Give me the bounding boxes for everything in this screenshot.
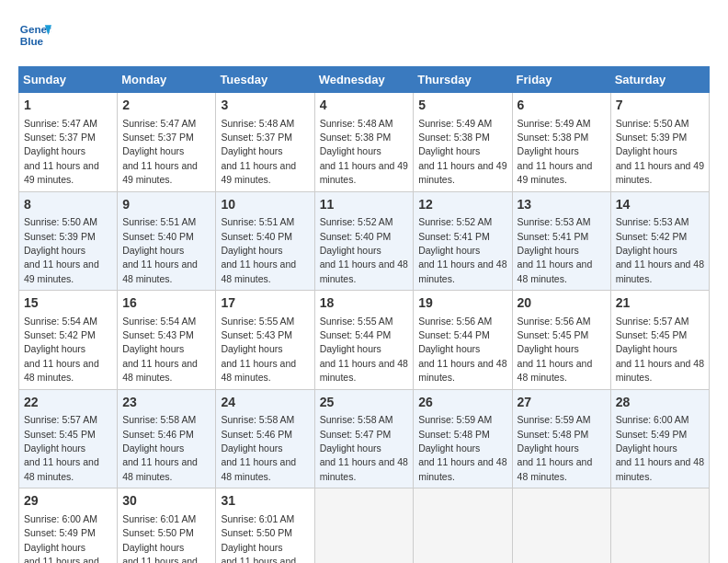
day-number: 31: [221, 492, 309, 511]
calendar-cell: 25Sunrise: 5:58 AMSunset: 5:47 PMDayligh…: [314, 389, 414, 488]
cell-text: Sunrise: 5:59 AMSunset: 5:48 PMDaylight …: [518, 414, 593, 482]
cell-text: Sunrise: 5:53 AMSunset: 5:42 PMDaylight …: [616, 216, 704, 284]
page-header: General Blue: [18, 18, 710, 52]
calendar-cell: 18Sunrise: 5:55 AMSunset: 5:44 PMDayligh…: [314, 291, 414, 390]
cell-text: Sunrise: 5:50 AMSunset: 5:39 PMDaylight …: [24, 216, 99, 284]
logo-icon: General Blue: [18, 18, 51, 52]
calendar-cell: 1Sunrise: 5:47 AMSunset: 5:37 PMDaylight…: [19, 93, 118, 192]
day-number: 27: [518, 394, 606, 412]
cell-text: Sunrise: 5:53 AMSunset: 5:41 PMDaylight …: [518, 216, 593, 284]
day-number: 9: [122, 196, 210, 214]
day-number: 17: [221, 294, 309, 313]
calendar-cell: 28Sunrise: 6:00 AMSunset: 5:49 PMDayligh…: [610, 389, 709, 488]
col-header-thursday: Thursday: [414, 67, 512, 93]
cell-text: Sunrise: 6:01 AMSunset: 5:50 PMDaylight …: [122, 513, 198, 563]
calendar-cell: 19Sunrise: 5:56 AMSunset: 5:44 PMDayligh…: [414, 291, 512, 390]
day-number: 19: [418, 294, 506, 313]
cell-text: Sunrise: 5:59 AMSunset: 5:48 PMDaylight …: [418, 414, 506, 482]
calendar-cell: 14Sunrise: 5:53 AMSunset: 5:42 PMDayligh…: [610, 191, 709, 291]
col-header-monday: Monday: [118, 67, 216, 93]
col-header-saturday: Saturday: [610, 67, 709, 93]
calendar-cell: 26Sunrise: 5:59 AMSunset: 5:48 PMDayligh…: [414, 389, 512, 488]
day-number: 24: [221, 394, 309, 412]
day-number: 29: [24, 492, 112, 511]
cell-text: Sunrise: 5:47 AMSunset: 5:37 PMDaylight …: [122, 118, 198, 186]
day-number: 18: [320, 294, 409, 313]
calendar-cell: 21Sunrise: 5:57 AMSunset: 5:45 PMDayligh…: [610, 291, 709, 390]
day-number: 14: [616, 196, 704, 214]
day-number: 21: [616, 294, 704, 313]
day-number: 10: [221, 196, 309, 214]
day-number: 2: [122, 97, 210, 115]
col-header-wednesday: Wednesday: [314, 67, 414, 93]
week-row-3: 15Sunrise: 5:54 AMSunset: 5:42 PMDayligh…: [19, 291, 710, 390]
calendar-cell: 22Sunrise: 5:57 AMSunset: 5:45 PMDayligh…: [19, 389, 118, 488]
day-number: 28: [616, 394, 704, 412]
cell-text: Sunrise: 5:58 AMSunset: 5:47 PMDaylight …: [320, 414, 408, 482]
day-number: 1: [24, 97, 112, 115]
logo: General Blue: [18, 18, 57, 52]
cell-text: Sunrise: 5:58 AMSunset: 5:46 PMDaylight …: [221, 414, 296, 482]
cell-text: Sunrise: 5:49 AMSunset: 5:38 PMDaylight …: [518, 118, 593, 186]
day-number: 4: [320, 97, 409, 115]
day-number: 20: [518, 294, 606, 313]
cell-text: Sunrise: 5:55 AMSunset: 5:44 PMDaylight …: [320, 316, 408, 384]
cell-text: Sunrise: 5:48 AMSunset: 5:37 PMDaylight …: [221, 118, 296, 186]
week-row-2: 8Sunrise: 5:50 AMSunset: 5:39 PMDaylight…: [19, 191, 710, 291]
calendar-table: SundayMondayTuesdayWednesdayThursdayFrid…: [18, 66, 710, 563]
day-number: 30: [122, 492, 210, 511]
cell-text: Sunrise: 5:57 AMSunset: 5:45 PMDaylight …: [616, 316, 704, 384]
cell-text: Sunrise: 5:47 AMSunset: 5:37 PMDaylight …: [24, 118, 99, 186]
cell-text: Sunrise: 5:48 AMSunset: 5:38 PMDaylight …: [320, 118, 408, 186]
week-row-5: 29Sunrise: 6:00 AMSunset: 5:49 PMDayligh…: [19, 488, 710, 563]
calendar-cell: 12Sunrise: 5:52 AMSunset: 5:41 PMDayligh…: [414, 191, 512, 291]
calendar-cell: 30Sunrise: 6:01 AMSunset: 5:50 PMDayligh…: [118, 488, 216, 563]
day-number: 8: [24, 196, 112, 214]
calendar-cell: 6Sunrise: 5:49 AMSunset: 5:38 PMDaylight…: [512, 93, 610, 192]
day-number: 7: [616, 97, 704, 115]
calendar-cell: 4Sunrise: 5:48 AMSunset: 5:38 PMDaylight…: [314, 93, 414, 192]
cell-text: Sunrise: 5:50 AMSunset: 5:39 PMDaylight …: [616, 118, 704, 186]
calendar-cell: 29Sunrise: 6:00 AMSunset: 5:49 PMDayligh…: [19, 488, 118, 563]
calendar-cell: 9Sunrise: 5:51 AMSunset: 5:40 PMDaylight…: [118, 191, 216, 291]
calendar-cell: 5Sunrise: 5:49 AMSunset: 5:38 PMDaylight…: [414, 93, 512, 192]
cell-text: Sunrise: 5:54 AMSunset: 5:42 PMDaylight …: [24, 316, 99, 384]
calendar-cell: 17Sunrise: 5:55 AMSunset: 5:43 PMDayligh…: [216, 291, 314, 390]
calendar-cell: 7Sunrise: 5:50 AMSunset: 5:39 PMDaylight…: [610, 93, 709, 192]
calendar-cell: 13Sunrise: 5:53 AMSunset: 5:41 PMDayligh…: [512, 191, 610, 291]
cell-text: Sunrise: 5:54 AMSunset: 5:43 PMDaylight …: [122, 316, 198, 384]
cell-text: Sunrise: 5:52 AMSunset: 5:41 PMDaylight …: [418, 216, 506, 284]
day-number: 25: [320, 394, 409, 412]
cell-text: Sunrise: 5:49 AMSunset: 5:38 PMDaylight …: [418, 118, 506, 186]
calendar-cell: 15Sunrise: 5:54 AMSunset: 5:42 PMDayligh…: [19, 291, 118, 390]
day-number: 6: [518, 97, 606, 115]
calendar-cell: 11Sunrise: 5:52 AMSunset: 5:40 PMDayligh…: [314, 191, 414, 291]
cell-text: Sunrise: 5:51 AMSunset: 5:40 PMDaylight …: [221, 216, 296, 284]
cell-text: Sunrise: 5:57 AMSunset: 5:45 PMDaylight …: [24, 414, 99, 482]
cell-text: Sunrise: 6:00 AMSunset: 5:49 PMDaylight …: [616, 414, 704, 482]
calendar-cell: [314, 488, 414, 563]
calendar-cell: 2Sunrise: 5:47 AMSunset: 5:37 PMDaylight…: [118, 93, 216, 192]
day-number: 13: [518, 196, 606, 214]
cell-text: Sunrise: 5:55 AMSunset: 5:43 PMDaylight …: [221, 316, 296, 384]
day-number: 23: [122, 394, 210, 412]
day-number: 15: [24, 294, 112, 313]
cell-text: Sunrise: 5:52 AMSunset: 5:40 PMDaylight …: [320, 216, 408, 284]
cell-text: Sunrise: 6:00 AMSunset: 5:49 PMDaylight …: [24, 513, 99, 563]
calendar-cell: 23Sunrise: 5:58 AMSunset: 5:46 PMDayligh…: [118, 389, 216, 488]
cell-text: Sunrise: 5:56 AMSunset: 5:44 PMDaylight …: [418, 316, 506, 384]
day-number: 26: [418, 394, 506, 412]
calendar-cell: 16Sunrise: 5:54 AMSunset: 5:43 PMDayligh…: [118, 291, 216, 390]
week-row-4: 22Sunrise: 5:57 AMSunset: 5:45 PMDayligh…: [19, 389, 710, 488]
calendar-cell: 27Sunrise: 5:59 AMSunset: 5:48 PMDayligh…: [512, 389, 610, 488]
col-header-friday: Friday: [512, 67, 610, 93]
svg-text:Blue: Blue: [20, 35, 44, 47]
day-number: 5: [418, 97, 506, 115]
calendar-cell: 31Sunrise: 6:01 AMSunset: 5:50 PMDayligh…: [216, 488, 314, 563]
calendar-cell: 3Sunrise: 5:48 AMSunset: 5:37 PMDaylight…: [216, 93, 314, 192]
day-number: 12: [418, 196, 506, 214]
calendar-cell: 20Sunrise: 5:56 AMSunset: 5:45 PMDayligh…: [512, 291, 610, 390]
calendar-cell: [512, 488, 610, 563]
calendar-cell: 24Sunrise: 5:58 AMSunset: 5:46 PMDayligh…: [216, 389, 314, 488]
day-number: 22: [24, 394, 112, 412]
